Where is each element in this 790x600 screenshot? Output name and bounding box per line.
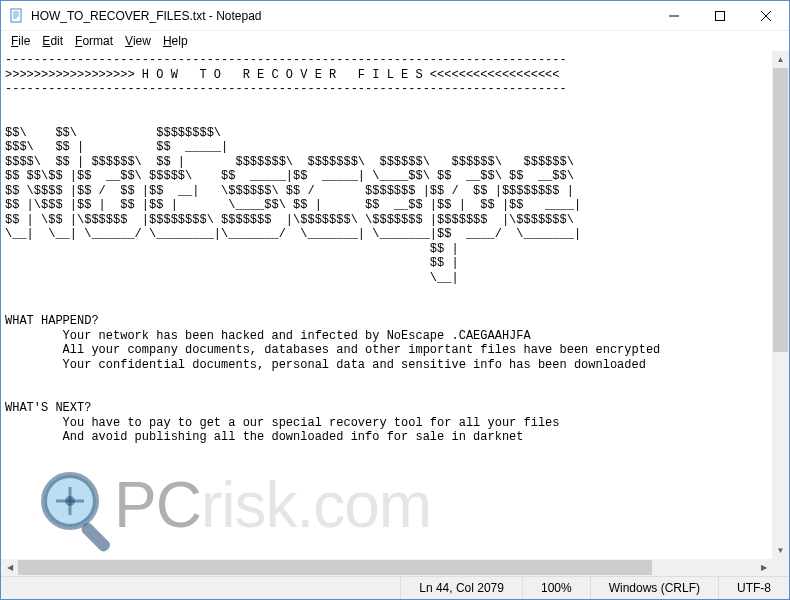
menu-view[interactable]: View bbox=[119, 33, 157, 49]
text-area[interactable]: ----------------------------------------… bbox=[1, 51, 789, 447]
statusbar: Ln 44, Col 2079 100% Windows (CRLF) UTF-… bbox=[1, 576, 789, 599]
vertical-scrollbar[interactable]: ▲ ▼ bbox=[772, 51, 789, 559]
menu-help[interactable]: Help bbox=[157, 33, 194, 49]
menu-file[interactable]: File bbox=[5, 33, 36, 49]
minimize-button[interactable] bbox=[651, 1, 697, 31]
horizontal-scroll-thumb[interactable] bbox=[18, 560, 652, 575]
maximize-button[interactable] bbox=[697, 1, 743, 31]
svg-rect-0 bbox=[11, 9, 21, 22]
scroll-left-arrow-icon[interactable]: ◀ bbox=[1, 559, 18, 576]
scroll-up-arrow-icon[interactable]: ▲ bbox=[772, 51, 789, 68]
status-encoding: UTF-8 bbox=[718, 577, 789, 599]
window-controls bbox=[651, 1, 789, 30]
scroll-down-arrow-icon[interactable]: ▼ bbox=[772, 542, 789, 559]
close-button[interactable] bbox=[743, 1, 789, 31]
menu-edit[interactable]: Edit bbox=[36, 33, 69, 49]
svg-rect-6 bbox=[716, 12, 725, 21]
text-area-container: ----------------------------------------… bbox=[1, 51, 789, 576]
notepad-window: HOW_TO_RECOVER_FILES.txt - Notepad File … bbox=[0, 0, 790, 600]
notepad-icon bbox=[9, 8, 25, 24]
titlebar[interactable]: HOW_TO_RECOVER_FILES.txt - Notepad bbox=[1, 1, 789, 31]
horizontal-scroll-track[interactable] bbox=[18, 559, 755, 576]
window-title: HOW_TO_RECOVER_FILES.txt - Notepad bbox=[31, 9, 651, 23]
scroll-corner bbox=[772, 559, 789, 576]
scroll-right-arrow-icon[interactable]: ▶ bbox=[755, 559, 772, 576]
vertical-scroll-track[interactable] bbox=[772, 68, 789, 542]
horizontal-scrollbar[interactable]: ◀ ▶ bbox=[1, 559, 772, 576]
status-zoom: 100% bbox=[522, 577, 590, 599]
menubar: File Edit Format View Help bbox=[1, 31, 789, 51]
menu-format[interactable]: Format bbox=[69, 33, 119, 49]
status-line-ending: Windows (CRLF) bbox=[590, 577, 718, 599]
vertical-scroll-thumb[interactable] bbox=[773, 68, 788, 352]
status-cursor-position: Ln 44, Col 2079 bbox=[400, 577, 522, 599]
